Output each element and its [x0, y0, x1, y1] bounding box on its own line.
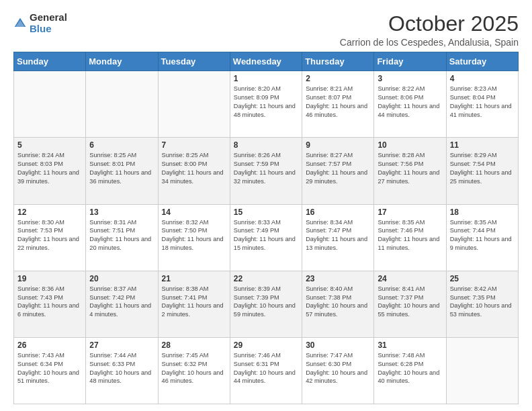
day-header-monday: Monday [86, 52, 158, 71]
location: Carrion de los Cespedes, Andalusia, Spai… [340, 37, 519, 48]
day-info: Sunrise: 8:27 AM Sunset: 7:57 PM Dayligh… [306, 151, 370, 186]
day-number: 24 [378, 274, 442, 283]
calendar-cell: 23Sunrise: 8:40 AM Sunset: 7:38 PM Dayli… [302, 271, 374, 337]
calendar-week-2: 5Sunrise: 8:24 AM Sunset: 8:03 PM Daylig… [14, 138, 519, 204]
calendar-cell: 22Sunrise: 8:39 AM Sunset: 7:39 PM Dayli… [230, 271, 302, 337]
day-header-friday: Friday [374, 52, 446, 71]
day-header-wednesday: Wednesday [230, 52, 302, 71]
day-number: 14 [162, 208, 226, 217]
calendar-cell: 1Sunrise: 8:20 AM Sunset: 8:09 PM Daylig… [230, 71, 302, 138]
calendar-week-4: 19Sunrise: 8:36 AM Sunset: 7:43 PM Dayli… [14, 271, 519, 337]
calendar-cell: 21Sunrise: 8:38 AM Sunset: 7:41 PM Dayli… [158, 271, 230, 337]
day-info: Sunrise: 7:43 AM Sunset: 6:34 PM Dayligh… [17, 351, 82, 386]
day-info: Sunrise: 8:20 AM Sunset: 8:09 PM Dayligh… [234, 85, 298, 120]
day-number: 29 [234, 340, 298, 350]
day-info: Sunrise: 8:30 AM Sunset: 7:53 PM Dayligh… [17, 218, 82, 253]
calendar-cell: 8Sunrise: 8:26 AM Sunset: 7:59 PM Daylig… [230, 138, 302, 204]
day-info: Sunrise: 8:32 AM Sunset: 7:50 PM Dayligh… [162, 218, 226, 253]
day-info: Sunrise: 8:28 AM Sunset: 7:56 PM Dayligh… [378, 151, 442, 186]
calendar-cell: 14Sunrise: 8:32 AM Sunset: 7:50 PM Dayli… [158, 204, 230, 271]
calendar-cell: 29Sunrise: 7:46 AM Sunset: 6:31 PM Dayli… [230, 337, 302, 404]
day-info: Sunrise: 8:38 AM Sunset: 7:41 PM Dayligh… [162, 285, 226, 320]
day-number: 21 [162, 274, 226, 283]
day-header-saturday: Saturday [446, 52, 518, 71]
calendar-cell: 27Sunrise: 7:44 AM Sunset: 6:33 PM Dayli… [86, 337, 158, 404]
day-header-tuesday: Tuesday [158, 52, 230, 71]
calendar-cell: 9Sunrise: 8:27 AM Sunset: 7:57 PM Daylig… [302, 138, 374, 204]
day-number: 5 [17, 140, 82, 150]
day-info: Sunrise: 8:25 AM Sunset: 8:01 PM Dayligh… [89, 151, 154, 186]
day-header-sunday: Sunday [14, 52, 86, 71]
calendar-cell: 30Sunrise: 7:47 AM Sunset: 6:30 PM Dayli… [302, 337, 374, 404]
day-info: Sunrise: 8:21 AM Sunset: 8:07 PM Dayligh… [306, 85, 370, 120]
day-info: Sunrise: 8:31 AM Sunset: 7:51 PM Dayligh… [89, 218, 154, 253]
calendar-cell [14, 71, 86, 138]
day-number: 30 [306, 340, 370, 350]
title-block: October 2025 Carrion de los Cespedes, An… [340, 12, 519, 48]
day-info: Sunrise: 8:24 AM Sunset: 8:03 PM Dayligh… [17, 151, 82, 186]
calendar-table: SundayMondayTuesdayWednesdayThursdayFrid… [13, 52, 519, 404]
calendar-week-1: 1Sunrise: 8:20 AM Sunset: 8:09 PM Daylig… [14, 71, 519, 138]
day-number: 16 [306, 208, 370, 217]
day-number: 17 [378, 208, 442, 217]
calendar-cell: 16Sunrise: 8:34 AM Sunset: 7:47 PM Dayli… [302, 204, 374, 271]
day-info: Sunrise: 8:29 AM Sunset: 7:54 PM Dayligh… [450, 151, 515, 186]
day-info: Sunrise: 7:48 AM Sunset: 6:28 PM Dayligh… [378, 351, 442, 386]
calendar-cell [446, 337, 518, 404]
day-number: 31 [378, 340, 442, 350]
calendar-cell: 2Sunrise: 8:21 AM Sunset: 8:07 PM Daylig… [302, 71, 374, 138]
day-info: Sunrise: 8:23 AM Sunset: 8:04 PM Dayligh… [450, 85, 515, 120]
day-number: 15 [234, 208, 298, 217]
calendar-cell: 15Sunrise: 8:33 AM Sunset: 7:49 PM Dayli… [230, 204, 302, 271]
day-info: Sunrise: 8:37 AM Sunset: 7:42 PM Dayligh… [89, 285, 154, 320]
calendar-week-5: 26Sunrise: 7:43 AM Sunset: 6:34 PM Dayli… [14, 337, 519, 404]
logo-icon [13, 17, 27, 30]
logo-general: General [30, 12, 67, 24]
calendar-cell: 17Sunrise: 8:35 AM Sunset: 7:46 PM Dayli… [374, 204, 446, 271]
day-number: 25 [450, 274, 515, 283]
calendar-cell: 10Sunrise: 8:28 AM Sunset: 7:56 PM Dayli… [374, 138, 446, 204]
calendar-cell: 28Sunrise: 7:45 AM Sunset: 6:32 PM Dayli… [158, 337, 230, 404]
header-row: SundayMondayTuesdayWednesdayThursdayFrid… [14, 52, 519, 71]
day-number: 12 [17, 208, 82, 217]
day-info: Sunrise: 8:22 AM Sunset: 8:06 PM Dayligh… [378, 85, 442, 120]
day-number: 9 [306, 140, 370, 150]
day-number: 18 [450, 208, 515, 217]
day-info: Sunrise: 8:33 AM Sunset: 7:49 PM Dayligh… [234, 218, 298, 253]
day-info: Sunrise: 8:25 AM Sunset: 8:00 PM Dayligh… [162, 151, 226, 186]
day-info: Sunrise: 7:44 AM Sunset: 6:33 PM Dayligh… [89, 351, 154, 386]
logo: General Blue [13, 12, 67, 34]
calendar-cell: 12Sunrise: 8:30 AM Sunset: 7:53 PM Dayli… [14, 204, 86, 271]
page: General Blue October 2025 Carrion de los… [0, 0, 532, 411]
day-number: 22 [234, 274, 298, 283]
calendar-cell: 31Sunrise: 7:48 AM Sunset: 6:28 PM Dayli… [374, 337, 446, 404]
day-number: 3 [378, 74, 442, 83]
day-header-thursday: Thursday [302, 52, 374, 71]
day-number: 23 [306, 274, 370, 283]
calendar-cell: 24Sunrise: 8:41 AM Sunset: 7:37 PM Dayli… [374, 271, 446, 337]
calendar-cell: 18Sunrise: 8:35 AM Sunset: 7:44 PM Dayli… [446, 204, 518, 271]
calendar-cell: 7Sunrise: 8:25 AM Sunset: 8:00 PM Daylig… [158, 138, 230, 204]
day-number: 13 [89, 208, 154, 217]
calendar-cell: 26Sunrise: 7:43 AM Sunset: 6:34 PM Dayli… [14, 337, 86, 404]
day-number: 27 [89, 340, 154, 350]
calendar-cell: 13Sunrise: 8:31 AM Sunset: 7:51 PM Dayli… [86, 204, 158, 271]
day-number: 10 [378, 140, 442, 150]
calendar-cell: 19Sunrise: 8:36 AM Sunset: 7:43 PM Dayli… [14, 271, 86, 337]
day-info: Sunrise: 7:46 AM Sunset: 6:31 PM Dayligh… [234, 351, 298, 386]
day-number: 26 [17, 340, 82, 350]
day-info: Sunrise: 7:45 AM Sunset: 6:32 PM Dayligh… [162, 351, 226, 386]
calendar-cell: 25Sunrise: 8:42 AM Sunset: 7:35 PM Dayli… [446, 271, 518, 337]
day-number: 1 [234, 74, 298, 83]
calendar-cell: 4Sunrise: 8:23 AM Sunset: 8:04 PM Daylig… [446, 71, 518, 138]
day-number: 11 [450, 140, 515, 150]
logo-blue: Blue [30, 24, 67, 35]
day-number: 7 [162, 140, 226, 150]
calendar-cell [158, 71, 230, 138]
day-info: Sunrise: 8:39 AM Sunset: 7:39 PM Dayligh… [234, 285, 298, 320]
day-number: 2 [306, 74, 370, 83]
calendar-cell: 20Sunrise: 8:37 AM Sunset: 7:42 PM Dayli… [86, 271, 158, 337]
calendar-cell: 5Sunrise: 8:24 AM Sunset: 8:03 PM Daylig… [14, 138, 86, 204]
day-number: 8 [234, 140, 298, 150]
calendar-cell: 3Sunrise: 8:22 AM Sunset: 8:06 PM Daylig… [374, 71, 446, 138]
